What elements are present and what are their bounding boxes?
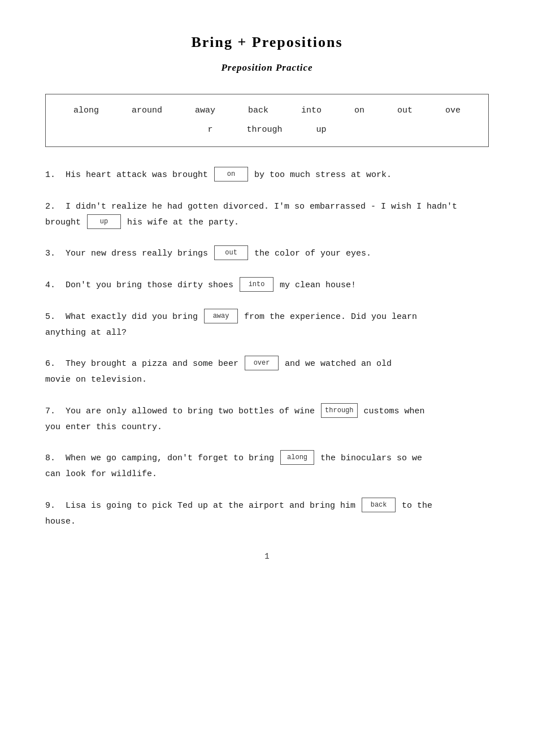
answer-box-3: out xyxy=(214,245,248,260)
page: Bring + Prepositions Preposition Practic… xyxy=(0,0,534,756)
word-back: back xyxy=(248,102,268,119)
sentence-5-text: 5. What exactly did you bring away from … xyxy=(45,309,489,341)
sentence-6: 6. They brought a pizza and some beer ov… xyxy=(45,356,489,388)
sentence-9: 9. Lisa is going to pick Ted up at the a… xyxy=(45,498,489,530)
page-subtitle: Preposition Practice xyxy=(45,62,489,74)
answer-box-1: on xyxy=(214,167,248,182)
word-box-row1: along around away back into on out ove xyxy=(57,102,477,119)
page-number: 1 xyxy=(45,552,489,561)
word-box-row2: r through up xyxy=(57,122,477,139)
answer-box-5: away xyxy=(204,309,238,323)
word-r: r xyxy=(207,122,212,139)
sentence-3-text: 3. Your new dress really brings out the … xyxy=(45,246,489,262)
answer-box-4: into xyxy=(240,277,273,292)
answer-box-9: back xyxy=(362,498,396,512)
sentence-2: 2. I didn't realize he had gotten divorc… xyxy=(45,199,489,231)
answer-box-7: through xyxy=(321,403,357,418)
sentence-1: 1. His heart attack was brought on by to… xyxy=(45,167,489,183)
word-around: around xyxy=(132,102,162,119)
sentence-7-text: 7. You are only allowed to bring two bot… xyxy=(45,404,489,435)
answer-box-8: along xyxy=(280,450,314,465)
sentence-8-text: 8. When we go camping, don't forget to b… xyxy=(45,451,489,482)
word-through: through xyxy=(246,122,282,139)
word-along: along xyxy=(73,102,99,119)
word-box: along around away back into on out ove r… xyxy=(45,94,489,147)
sentence-3: 3. Your new dress really brings out the … xyxy=(45,246,489,262)
word-into: into xyxy=(301,102,322,119)
word-on: on xyxy=(354,102,364,119)
word-away: away xyxy=(195,102,215,119)
answer-box-2: up xyxy=(87,214,121,229)
sentence-6-text: 6. They brought a pizza and some beer ov… xyxy=(45,356,489,388)
sentence-9-text: 9. Lisa is going to pick Ted up at the a… xyxy=(45,498,489,530)
sentence-1-text: 1. His heart attack was brought on by to… xyxy=(45,167,489,183)
sentence-8: 8. When we go camping, don't forget to b… xyxy=(45,451,489,482)
word-ove: ove xyxy=(445,102,461,119)
word-out: out xyxy=(397,102,413,119)
sentence-2-text: 2. I didn't realize he had gotten divorc… xyxy=(45,199,489,231)
sentence-4-text: 4. Don't you bring those dirty shoes int… xyxy=(45,278,489,293)
answer-box-6: over xyxy=(245,356,279,370)
sentence-7: 7. You are only allowed to bring two bot… xyxy=(45,404,489,435)
page-title: Bring + Prepositions xyxy=(45,34,489,51)
sentences-section: 1. His heart attack was brought on by to… xyxy=(45,167,489,529)
word-up: up xyxy=(316,122,327,139)
sentence-4: 4. Don't you bring those dirty shoes int… xyxy=(45,278,489,293)
sentence-5: 5. What exactly did you bring away from … xyxy=(45,309,489,341)
